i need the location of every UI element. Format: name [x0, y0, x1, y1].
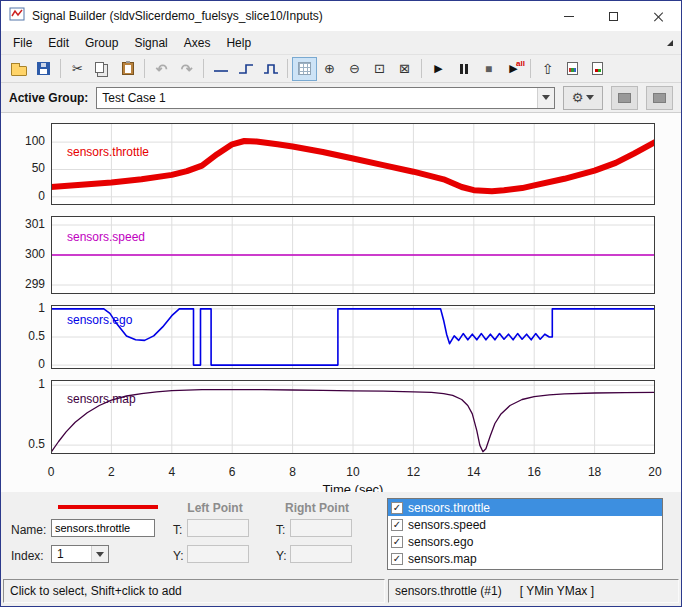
figure-icon — [567, 62, 578, 75]
cut-button[interactable]: ✂ — [65, 57, 90, 81]
active-group-label: Active Group: — [9, 91, 88, 105]
panel-icon — [653, 93, 666, 103]
copy-icon — [95, 62, 104, 73]
open-button[interactable] — [6, 57, 31, 81]
signal-list-label: sensors.throttle — [408, 501, 490, 515]
signal-list-item[interactable]: ✓sensors.speed — [388, 516, 662, 533]
app-icon — [9, 6, 25, 26]
copy-button[interactable] — [90, 57, 115, 81]
zoom-in-t-button[interactable]: ⊕ — [317, 57, 342, 81]
right-point-y-label: Y: — [276, 549, 287, 563]
active-group-value: Test Case 1 — [97, 91, 537, 105]
x-tick-label: 8 — [281, 465, 305, 479]
toolbar-separator — [287, 59, 288, 78]
up-to-parent-button[interactable]: ⇧ — [535, 57, 560, 81]
menu-axes[interactable]: Axes — [176, 33, 219, 53]
y-tick-label: 1 — [38, 377, 45, 392]
signal-list-item[interactable]: ✓sensors.ego — [388, 533, 662, 550]
zoom-box-button[interactable]: ⊡ — [367, 57, 392, 81]
stop-simulation-button[interactable]: ■ — [476, 57, 501, 81]
x-tick-label: 2 — [99, 465, 123, 479]
signal-list-label: sensors.ego — [408, 535, 473, 549]
draw-constant-button[interactable] — [208, 57, 233, 81]
checkbox-icon[interactable]: ✓ — [391, 519, 403, 531]
signal-label: sensors.throttle — [67, 145, 149, 159]
paste-button[interactable] — [115, 57, 140, 81]
status-selected-signal: sensors.throttle (#1) — [395, 584, 502, 598]
plot-panel: 050100sensors.throttle299300301sensors.s… — [1, 113, 681, 492]
signal-label: sensors.speed — [67, 230, 145, 244]
y-tick-label: 100 — [25, 134, 45, 149]
signal-label: sensors.map — [67, 392, 136, 406]
checkbox-icon[interactable]: ✓ — [391, 553, 403, 565]
x-tick-label: 4 — [160, 465, 184, 479]
plot-sensors.throttle[interactable]: 050100sensors.throttle — [7, 123, 681, 205]
fit-view-icon: ⊠ — [399, 62, 410, 75]
plot-sensors.speed[interactable]: 299300301sensors.speed — [7, 216, 681, 294]
signal-listbox[interactable]: ✓sensors.throttle✓sensors.speed✓sensors.… — [387, 498, 663, 570]
export-button[interactable] — [585, 57, 610, 81]
grid-icon — [298, 62, 311, 75]
fit-view-button[interactable]: ⊠ — [392, 57, 417, 81]
left-point-header: Left Point — [169, 501, 261, 515]
undo-button[interactable]: ↶ — [149, 57, 174, 81]
draw-step-button[interactable] — [233, 57, 258, 81]
clipboard-icon — [122, 62, 134, 75]
redo-button[interactable]: ↷ — [174, 57, 199, 81]
signal-editor-panel: Left Point Right Point Name: Index: 1 T:… — [1, 492, 681, 576]
plot-sensors.map[interactable]: 0.51sensors.map — [7, 380, 681, 454]
menu-group[interactable]: Group — [77, 33, 126, 53]
stop-icon: ■ — [485, 63, 492, 75]
run-all-button[interactable]: ▶all — [501, 57, 526, 81]
checkbox-icon[interactable]: ✓ — [391, 536, 403, 548]
group-action-button-2[interactable] — [646, 86, 673, 110]
group-options-button[interactable]: ⚙ — [563, 86, 603, 110]
y-axis-labels: 00.51 — [7, 305, 51, 369]
export-icon — [592, 62, 603, 75]
plot-sensors.ego[interactable]: 00.51sensors.ego — [7, 305, 681, 369]
y-tick-label: 0 — [38, 357, 45, 372]
selected-signal-preview[interactable] — [58, 505, 158, 509]
menu-signal[interactable]: Signal — [126, 33, 175, 53]
chevron-down-icon[interactable] — [91, 546, 108, 562]
save-button[interactable] — [31, 57, 56, 81]
status-message: Click to select, Shift+click to add — [3, 579, 385, 603]
close-button[interactable] — [636, 1, 681, 31]
checkbox-icon[interactable]: ✓ — [391, 502, 403, 514]
maximize-button[interactable] — [591, 1, 636, 31]
step-signal-icon — [237, 60, 255, 78]
menu-file[interactable]: File — [5, 33, 40, 53]
y-tick-label: 1 — [38, 301, 45, 316]
signal-name-input[interactable] — [51, 519, 155, 537]
copy-figure-button[interactable] — [560, 57, 585, 81]
active-group-combobox[interactable]: Test Case 1 — [96, 87, 555, 109]
y-axis-labels: 0.51 — [7, 380, 51, 454]
status-selection: sensors.throttle (#1) [ YMin YMax ] — [388, 579, 679, 603]
menu-edit[interactable]: Edit — [40, 33, 77, 53]
toolbar-separator — [60, 59, 61, 78]
pause-simulation-button[interactable] — [451, 57, 476, 81]
minimize-button[interactable] — [546, 1, 591, 31]
redo-arrow-icon: ↷ — [181, 62, 193, 76]
zoom-in-y-button[interactable]: ⊖ — [342, 57, 367, 81]
chevron-down-icon[interactable] — [537, 88, 554, 108]
toolbar-separator — [144, 59, 145, 78]
y-axis-labels: 050100 — [7, 123, 51, 205]
draw-pulse-button[interactable] — [258, 57, 283, 81]
y-tick-label: 0.5 — [28, 329, 45, 344]
signal-list-item[interactable]: ✓sensors.throttle — [388, 499, 662, 516]
snap-grid-button[interactable] — [292, 57, 317, 81]
signal-list-item[interactable]: ✓sensors.map — [388, 550, 662, 567]
run-all-badge: all — [516, 59, 525, 68]
menu-help[interactable]: Help — [218, 33, 259, 53]
group-action-button-1[interactable] — [611, 86, 638, 110]
left-point-t-input — [187, 519, 249, 537]
menu-overflow-icon[interactable] — [667, 40, 673, 46]
index-combobox[interactable]: 1 — [51, 545, 109, 563]
flat-line-icon — [212, 60, 230, 78]
right-point-y-input — [290, 545, 352, 563]
start-simulation-button[interactable]: ▶ — [426, 57, 451, 81]
right-point-header: Right Point — [271, 501, 363, 515]
left-point-t-label: T: — [173, 523, 182, 537]
minimize-icon — [564, 16, 574, 17]
